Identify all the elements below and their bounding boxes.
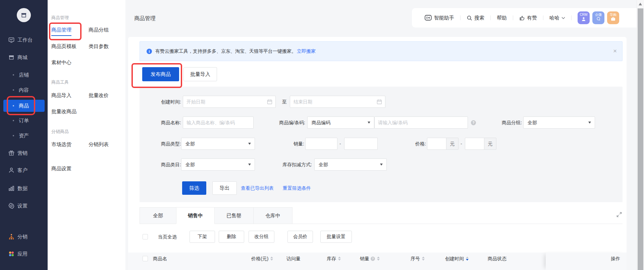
submenu-item-dist-list[interactable]: 分销列表 xyxy=(89,141,109,148)
sidebar-item-content[interactable]: 内容 xyxy=(0,86,48,94)
code-type-select[interactable]: 商品编码 xyxy=(307,117,374,129)
migration-banner: i 有赞云搬家工具，支持拼多多、京东、淘宝、天猫等平台一键搬家。 立即搬家 × xyxy=(140,41,623,61)
dropdown-caret-icon xyxy=(248,143,251,146)
header-checkbox[interactable] xyxy=(143,256,148,261)
goods-submenu: 商品管理 商品管理 商品分组 商品页模板 类目参数 素材中心 商品工具 商品导入… xyxy=(48,0,125,270)
sidebar-item-store[interactable]: 店铺 xyxy=(0,71,48,79)
change-group-button[interactable]: 改分组 xyxy=(249,231,274,243)
bar-chart-icon xyxy=(8,185,15,192)
help-icon[interactable]: ? xyxy=(371,257,375,261)
view-exported-link[interactable]: 查看已导出列表 xyxy=(241,181,274,195)
col-stock[interactable]: 库存 xyxy=(327,253,341,265)
bullet-dot-icon xyxy=(13,105,14,106)
sidebar-item-marketing[interactable]: 营销 xyxy=(0,149,48,158)
stock-mode-select[interactable]: 全部 xyxy=(314,159,387,171)
sidebar-item-customers[interactable]: 客户 xyxy=(0,166,48,175)
help-button[interactable]: 帮助 xyxy=(497,15,507,21)
delete-button[interactable]: 删除 xyxy=(219,231,244,243)
sidebar-item-apps[interactable]: 应用 xyxy=(0,250,48,258)
col-sales[interactable]: 销量 ? xyxy=(360,253,380,265)
sidebar-item-mall[interactable]: 商城 xyxy=(0,53,48,62)
export-button[interactable]: 导出 xyxy=(212,181,237,195)
tab-on-sale[interactable]: 销售中 xyxy=(176,207,215,224)
submenu-item-material-center[interactable]: 素材中心 xyxy=(51,59,71,66)
sidebar-item-distribution[interactable]: 分销 xyxy=(0,232,48,241)
col-goods-name: 商品名 xyxy=(153,253,167,265)
tab-in-warehouse[interactable]: 仓库中 xyxy=(253,207,292,224)
select-all-checkbox[interactable] xyxy=(143,234,148,239)
main-sidebar: 工作台 商城 店铺 内容 商品 订单 资产 营销 客户 数据 设置 分 xyxy=(0,0,48,270)
daogou-badge[interactable]: 导购 xyxy=(607,11,619,24)
sidebar-item-settings[interactable]: 设置 xyxy=(0,201,48,210)
sort-icon[interactable] xyxy=(422,257,425,261)
account-menu[interactable]: 哈哈 xyxy=(549,15,565,21)
sidebar-item-data[interactable]: 数据 xyxy=(0,184,48,193)
col-actions: 操作 xyxy=(611,253,620,265)
sales-min-input[interactable] xyxy=(305,138,337,150)
member-price-button[interactable]: 会员价 xyxy=(287,231,313,243)
publish-goods-button[interactable]: 发布商品 xyxy=(142,67,179,81)
banner-migrate-link[interactable]: 立即搬家 xyxy=(297,48,316,54)
goods-code-input[interactable] xyxy=(374,117,468,129)
batch-import-button[interactable]: 批量导入 xyxy=(183,67,217,81)
sidebar-item-goods-active[interactable]: 商品 xyxy=(3,100,45,112)
submenu-item-batch-price[interactable]: 批量改价 xyxy=(89,92,109,99)
dropdown-caret-icon xyxy=(248,164,251,167)
person-icon xyxy=(581,17,586,21)
submenu-item-market-select[interactable]: 市场选货 xyxy=(51,141,71,148)
help-icon[interactable]: ? xyxy=(471,120,476,125)
start-date-input[interactable] xyxy=(183,96,276,108)
delist-button[interactable]: 下架 xyxy=(190,231,215,243)
reset-filters-link[interactable]: 重置筛选条件 xyxy=(283,181,311,195)
shop-avatar[interactable] xyxy=(17,8,31,22)
fullscreen-icon[interactable] xyxy=(616,211,623,218)
status-tabs: 全部 销售中 已售罄 仓库中 xyxy=(140,207,623,224)
submenu-item-batch-edit[interactable]: 批量改商品 xyxy=(51,108,76,115)
price-min-unit: 元 xyxy=(446,138,459,150)
sales-max-input[interactable] xyxy=(344,138,378,150)
submenu-item-category-params[interactable]: 类目参数 xyxy=(89,43,109,50)
filter-panel: 创建时间: 至 商品名称: 商品编/条码: 商品编码 ? 商品分组: 全部 商品… xyxy=(140,87,623,202)
price-min-input[interactable] xyxy=(427,138,446,150)
sidebar-item-assets[interactable]: 资产 xyxy=(0,131,48,140)
submenu-item-goods-group[interactable]: 商品分组 xyxy=(89,27,109,33)
goods-group-select[interactable]: 全部 xyxy=(523,117,595,129)
col-create-time[interactable]: 创建时间 xyxy=(445,253,469,265)
goods-type-label: 商品类型: xyxy=(138,138,181,150)
tab-sold-out[interactable]: 已售罄 xyxy=(214,207,254,224)
calendar-icon xyxy=(377,99,382,104)
submenu-item-goods-import[interactable]: 商品导入 xyxy=(51,92,71,99)
submenu-item-goods-manage[interactable]: 商品管理 xyxy=(51,27,71,36)
scroll-up-icon[interactable] xyxy=(639,3,642,5)
submenu-item-page-template[interactable]: 商品页模板 xyxy=(51,43,76,50)
chevron-down-icon xyxy=(561,17,565,19)
end-date-input[interactable] xyxy=(290,96,385,108)
goods-type-select[interactable]: 全部 xyxy=(181,138,255,150)
tab-all[interactable]: 全部 xyxy=(140,207,176,224)
scrollbar-thumb[interactable] xyxy=(638,8,643,270)
col-price[interactable]: 价格(元) xyxy=(251,253,273,265)
sort-icon[interactable] xyxy=(377,257,380,261)
submenu-item-goods-settings[interactable]: 商品设置 xyxy=(51,165,71,172)
col-serial[interactable]: 序号 xyxy=(411,253,425,265)
sort-icon[interactable] xyxy=(270,257,273,261)
sidebar-item-workbench[interactable]: 工作台 xyxy=(0,36,48,44)
col-goods-status: 商品状态 xyxy=(488,253,506,265)
close-icon[interactable]: × xyxy=(613,48,617,54)
sidebar-item-orders[interactable]: 订单 xyxy=(0,116,48,125)
page-scrollbar[interactable] xyxy=(637,0,644,270)
filter-submit-button[interactable]: 筛选 xyxy=(182,181,206,195)
crm-badge[interactable]: CRM xyxy=(578,11,590,24)
dashboard-icon xyxy=(8,37,15,43)
sort-icon[interactable] xyxy=(338,257,341,261)
sort-icon-active[interactable] xyxy=(466,257,469,261)
batch-settings-button[interactable]: 批量设置 xyxy=(320,231,352,243)
price-max-input[interactable] xyxy=(465,138,484,150)
youzan-like-button[interactable]: 有赞 xyxy=(519,15,537,21)
goods-category-select[interactable]: 全部 xyxy=(181,159,255,171)
qiwei-badge[interactable]: 企微 xyxy=(592,11,604,24)
search-button[interactable]: 搜索 xyxy=(467,15,484,21)
ai-assistant-button[interactable]: 智能助手 xyxy=(425,15,454,21)
search-icon xyxy=(467,15,472,21)
goods-name-input[interactable] xyxy=(183,117,254,129)
